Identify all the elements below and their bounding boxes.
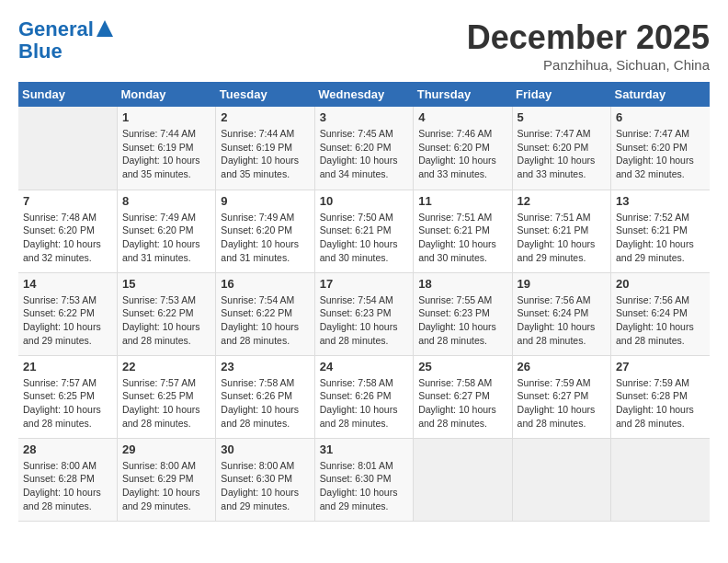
calendar-cell bbox=[414, 438, 512, 521]
day-number: 29 bbox=[122, 442, 210, 456]
day-info: Sunrise: 7:49 AMSunset: 6:20 PMDaylight:… bbox=[122, 211, 210, 265]
calendar-cell: 12Sunrise: 7:51 AMSunset: 6:21 PMDayligh… bbox=[512, 190, 610, 272]
calendar-cell: 20Sunrise: 7:56 AMSunset: 6:24 PMDayligh… bbox=[611, 272, 710, 355]
day-info: Sunrise: 8:00 AMSunset: 6:28 PMDaylight:… bbox=[23, 459, 112, 513]
day-info: Sunrise: 7:47 AMSunset: 6:20 PMDaylight:… bbox=[518, 127, 606, 181]
calendar-cell: 21Sunrise: 7:57 AMSunset: 6:25 PMDayligh… bbox=[18, 355, 117, 438]
day-number: 9 bbox=[221, 194, 309, 208]
day-number: 7 bbox=[23, 194, 112, 208]
day-number: 19 bbox=[518, 277, 606, 291]
page-header: General Blue December 2025 Panzhihua, Si… bbox=[18, 18, 710, 73]
day-number: 17 bbox=[320, 277, 408, 291]
day-info: Sunrise: 7:59 AMSunset: 6:27 PMDaylight:… bbox=[518, 376, 606, 431]
svg-marker-0 bbox=[97, 20, 113, 37]
weekday-header-row: SundayMondayTuesdayWednesdayThursdayFrid… bbox=[18, 82, 710, 107]
calendar-cell: 10Sunrise: 7:50 AMSunset: 6:21 PMDayligh… bbox=[314, 190, 413, 272]
day-info: Sunrise: 7:58 AMSunset: 6:26 PMDaylight:… bbox=[320, 376, 408, 431]
calendar-cell: 30Sunrise: 8:00 AMSunset: 6:30 PMDayligh… bbox=[216, 438, 314, 521]
day-info: Sunrise: 7:48 AMSunset: 6:20 PMDaylight:… bbox=[23, 211, 112, 265]
day-number: 30 bbox=[221, 442, 309, 456]
day-number: 15 bbox=[122, 277, 210, 291]
day-info: Sunrise: 7:53 AMSunset: 6:22 PMDaylight:… bbox=[122, 293, 210, 348]
day-info: Sunrise: 7:52 AMSunset: 6:21 PMDaylight:… bbox=[616, 211, 705, 265]
weekday-header: Friday bbox=[512, 82, 610, 107]
day-number: 25 bbox=[418, 360, 506, 373]
location: Panzhihua, Sichuan, China bbox=[467, 57, 710, 73]
title-block: December 2025 Panzhihua, Sichuan, China bbox=[467, 18, 710, 73]
calendar-cell: 28Sunrise: 8:00 AMSunset: 6:28 PMDayligh… bbox=[18, 438, 117, 521]
day-info: Sunrise: 7:58 AMSunset: 6:27 PMDaylight:… bbox=[418, 376, 506, 431]
calendar-cell: 31Sunrise: 8:01 AMSunset: 6:30 PMDayligh… bbox=[314, 438, 413, 521]
calendar-cell: 22Sunrise: 7:57 AMSunset: 6:25 PMDayligh… bbox=[117, 355, 215, 438]
day-number: 1 bbox=[122, 110, 210, 124]
day-info: Sunrise: 7:44 AMSunset: 6:19 PMDaylight:… bbox=[221, 127, 309, 181]
calendar-cell bbox=[512, 438, 610, 521]
calendar-cell: 24Sunrise: 7:58 AMSunset: 6:26 PMDayligh… bbox=[314, 355, 413, 438]
calendar-cell: 5Sunrise: 7:47 AMSunset: 6:20 PMDaylight… bbox=[512, 107, 610, 190]
calendar-cell: 7Sunrise: 7:48 AMSunset: 6:20 PMDaylight… bbox=[18, 190, 117, 272]
day-number: 5 bbox=[518, 110, 606, 124]
day-info: Sunrise: 7:56 AMSunset: 6:24 PMDaylight:… bbox=[616, 293, 705, 348]
day-info: Sunrise: 8:00 AMSunset: 6:29 PMDaylight:… bbox=[122, 459, 210, 513]
day-info: Sunrise: 7:51 AMSunset: 6:21 PMDaylight:… bbox=[418, 211, 506, 265]
day-number: 14 bbox=[23, 277, 112, 291]
calendar-cell: 8Sunrise: 7:49 AMSunset: 6:20 PMDaylight… bbox=[117, 190, 215, 272]
calendar-cell bbox=[18, 107, 117, 190]
day-info: Sunrise: 7:57 AMSunset: 6:25 PMDaylight:… bbox=[122, 376, 210, 431]
day-info: Sunrise: 7:46 AMSunset: 6:20 PMDaylight:… bbox=[418, 127, 506, 181]
weekday-header: Monday bbox=[117, 82, 215, 107]
calendar-cell: 23Sunrise: 7:58 AMSunset: 6:26 PMDayligh… bbox=[216, 355, 314, 438]
day-number: 16 bbox=[221, 277, 309, 291]
calendar-cell: 17Sunrise: 7:54 AMSunset: 6:23 PMDayligh… bbox=[314, 272, 413, 355]
weekday-header: Tuesday bbox=[216, 82, 314, 107]
day-info: Sunrise: 7:47 AMSunset: 6:20 PMDaylight:… bbox=[616, 127, 705, 181]
calendar-cell: 14Sunrise: 7:53 AMSunset: 6:22 PMDayligh… bbox=[18, 272, 117, 355]
day-info: Sunrise: 7:49 AMSunset: 6:20 PMDaylight:… bbox=[221, 211, 309, 265]
day-number: 31 bbox=[320, 442, 408, 456]
calendar-cell: 6Sunrise: 7:47 AMSunset: 6:20 PMDaylight… bbox=[611, 107, 710, 190]
logo-icon bbox=[97, 20, 113, 37]
day-info: Sunrise: 7:44 AMSunset: 6:19 PMDaylight:… bbox=[122, 127, 210, 181]
day-number: 21 bbox=[23, 360, 112, 373]
day-number: 27 bbox=[616, 360, 705, 373]
day-info: Sunrise: 7:51 AMSunset: 6:21 PMDaylight:… bbox=[518, 211, 606, 265]
calendar-cell: 19Sunrise: 7:56 AMSunset: 6:24 PMDayligh… bbox=[512, 272, 610, 355]
day-number: 24 bbox=[320, 360, 408, 373]
day-number: 11 bbox=[418, 194, 506, 208]
logo: General Blue bbox=[18, 18, 113, 63]
day-info: Sunrise: 7:58 AMSunset: 6:26 PMDaylight:… bbox=[221, 376, 309, 431]
day-info: Sunrise: 7:59 AMSunset: 6:28 PMDaylight:… bbox=[616, 376, 705, 431]
day-number: 12 bbox=[518, 194, 606, 208]
logo-text-blue: Blue bbox=[18, 40, 63, 63]
calendar-cell: 16Sunrise: 7:54 AMSunset: 6:22 PMDayligh… bbox=[216, 272, 314, 355]
month-title: December 2025 bbox=[467, 18, 710, 57]
calendar-cell: 9Sunrise: 7:49 AMSunset: 6:20 PMDaylight… bbox=[216, 190, 314, 272]
calendar-cell: 11Sunrise: 7:51 AMSunset: 6:21 PMDayligh… bbox=[414, 190, 512, 272]
day-number: 23 bbox=[221, 360, 309, 373]
calendar-cell: 1Sunrise: 7:44 AMSunset: 6:19 PMDaylight… bbox=[117, 107, 215, 190]
day-info: Sunrise: 7:53 AMSunset: 6:22 PMDaylight:… bbox=[23, 293, 112, 348]
calendar-week-row: 21Sunrise: 7:57 AMSunset: 6:25 PMDayligh… bbox=[18, 355, 710, 438]
day-number: 8 bbox=[122, 194, 210, 208]
day-info: Sunrise: 7:55 AMSunset: 6:23 PMDaylight:… bbox=[418, 293, 506, 348]
day-number: 18 bbox=[418, 277, 506, 291]
logo-text: General bbox=[18, 18, 94, 40]
day-number: 10 bbox=[320, 194, 408, 208]
calendar-week-row: 7Sunrise: 7:48 AMSunset: 6:20 PMDaylight… bbox=[18, 190, 710, 272]
calendar-cell: 15Sunrise: 7:53 AMSunset: 6:22 PMDayligh… bbox=[117, 272, 215, 355]
calendar-table: SundayMondayTuesdayWednesdayThursdayFrid… bbox=[18, 82, 710, 522]
weekday-header: Saturday bbox=[611, 82, 710, 107]
day-info: Sunrise: 7:56 AMSunset: 6:24 PMDaylight:… bbox=[518, 293, 606, 348]
day-info: Sunrise: 7:54 AMSunset: 6:23 PMDaylight:… bbox=[320, 293, 408, 348]
calendar-cell: 29Sunrise: 8:00 AMSunset: 6:29 PMDayligh… bbox=[117, 438, 215, 521]
day-number: 4 bbox=[418, 110, 506, 124]
day-info: Sunrise: 8:01 AMSunset: 6:30 PMDaylight:… bbox=[320, 459, 408, 513]
day-info: Sunrise: 8:00 AMSunset: 6:30 PMDaylight:… bbox=[221, 459, 309, 513]
day-info: Sunrise: 7:57 AMSunset: 6:25 PMDaylight:… bbox=[23, 376, 112, 431]
calendar-week-row: 28Sunrise: 8:00 AMSunset: 6:28 PMDayligh… bbox=[18, 438, 710, 521]
weekday-header: Sunday bbox=[18, 82, 117, 107]
weekday-header: Wednesday bbox=[314, 82, 413, 107]
calendar-cell bbox=[611, 438, 710, 521]
day-number: 13 bbox=[616, 194, 705, 208]
calendar-cell: 25Sunrise: 7:58 AMSunset: 6:27 PMDayligh… bbox=[414, 355, 512, 438]
